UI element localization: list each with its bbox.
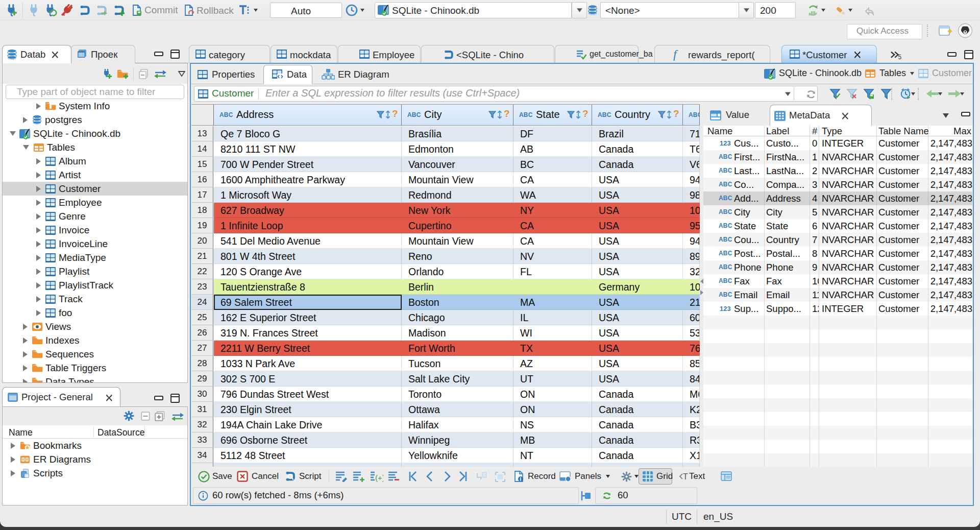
svg-text:f: f bbox=[673, 48, 678, 61]
svg-text:5: 5 bbox=[898, 54, 901, 60]
svg-text:(+): (+) bbox=[375, 473, 383, 482]
svg-text:T: T bbox=[683, 472, 688, 481]
svg-text:i: i bbox=[520, 476, 521, 482]
